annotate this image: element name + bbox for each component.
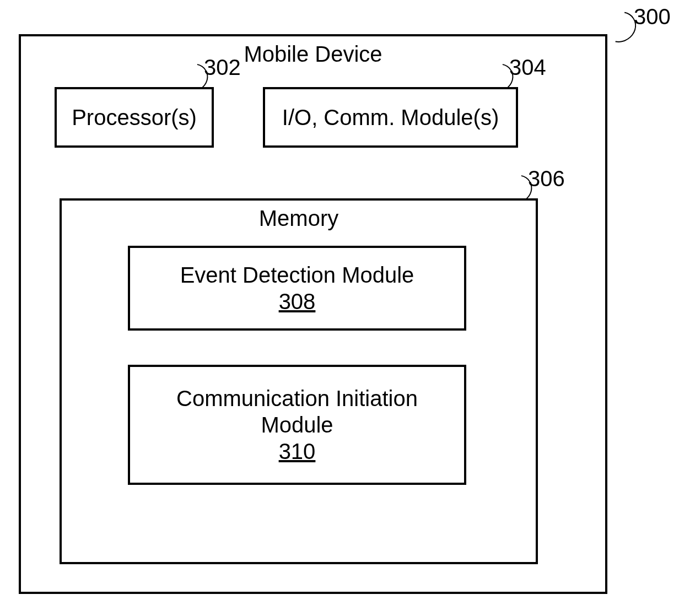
ref-304: 304	[509, 55, 546, 80]
comm-initiation-label-line2: Module	[261, 412, 333, 438]
io-comm-label: I/O, Comm. Module(s)	[265, 89, 516, 145]
memory-title: Memory	[62, 206, 536, 231]
io-comm-box: I/O, Comm. Module(s)	[263, 87, 518, 148]
event-detection-ref: 308	[279, 288, 316, 315]
ref-300: 300	[634, 4, 671, 29]
comm-initiation-ref: 310	[279, 438, 316, 464]
ref-306: 306	[528, 166, 565, 191]
comm-initiation-label-line1: Communication Initiation	[176, 385, 418, 412]
ref-302: 302	[204, 55, 241, 80]
processor-label: Processor(s)	[57, 89, 212, 145]
processor-box: Processor(s)	[55, 87, 214, 148]
event-detection-label: Event Detection Module	[180, 262, 414, 288]
event-detection-box: Event Detection Module 308	[128, 246, 466, 331]
comm-initiation-box: Communication Initiation Module 310	[128, 365, 466, 485]
